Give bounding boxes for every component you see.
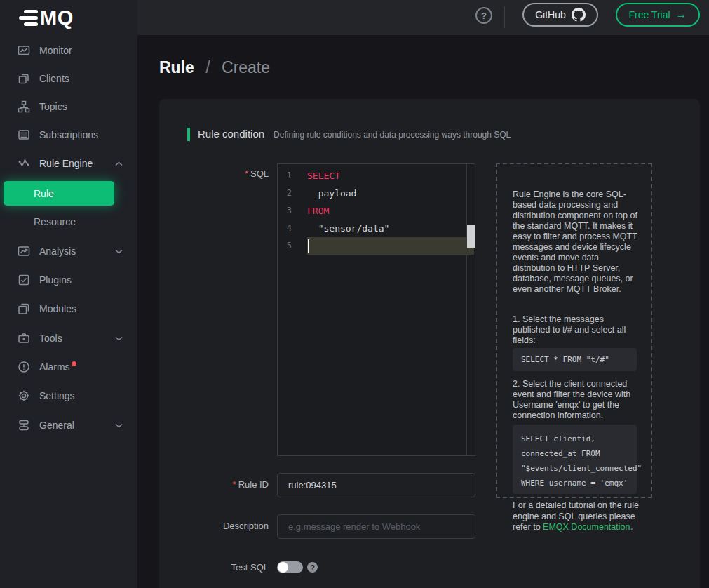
- text-cursor: [308, 239, 309, 253]
- sidebar-item-general[interactable]: General: [0, 411, 137, 439]
- help-footer: For a detailed tutorial on the rule engi…: [513, 500, 647, 533]
- sidebar-item-label: Analysis: [39, 246, 76, 257]
- sidebar-item-settings[interactable]: Settings: [0, 382, 137, 410]
- topbar-divider: [504, 6, 505, 28]
- sidebar-item-alarms[interactable]: Alarms: [0, 353, 137, 381]
- tools-icon: [18, 332, 30, 345]
- rule-id-label: *Rule ID: [159, 479, 269, 490]
- help-icon[interactable]: ?: [475, 7, 492, 24]
- sidebar-item-label: Topics: [39, 101, 67, 112]
- editor-scrollbar-track: [466, 164, 467, 455]
- sql-editor[interactable]: 1 SELECT 2 payload 3 FROM 4 "sensor/data…: [277, 163, 475, 456]
- sidebar-item-label: General: [39, 420, 74, 431]
- code-line: SELECT: [307, 167, 340, 185]
- sidebar-item-analysis[interactable]: Analysis: [0, 237, 137, 265]
- sidebar-item-label: Clients: [39, 73, 69, 84]
- chevron-down-icon: [115, 423, 123, 428]
- toggle-knob: [278, 562, 288, 573]
- editor-scrollbar-thumb[interactable]: [467, 225, 475, 248]
- help-intro: Rule Engine is the core SQL-based data p…: [513, 189, 640, 295]
- line-number: 1: [278, 167, 292, 185]
- code-line: "sensor/data": [307, 220, 389, 237]
- emq-logo-icon: [19, 10, 38, 26]
- chevron-down-icon: [115, 336, 123, 341]
- sidebar-item-label: Monitor: [39, 45, 72, 56]
- plugins-icon: [18, 274, 30, 286]
- sidebar-item-monitor[interactable]: Monitor: [0, 36, 137, 65]
- breadcrumb-current: Create: [222, 58, 270, 76]
- sidebar-item-label: Resource: [34, 216, 76, 227]
- line-number: 5: [278, 237, 292, 255]
- test-sql-toggle[interactable]: [277, 561, 303, 573]
- topbar: ? GitHub Free Trial →: [137, 0, 709, 35]
- emqx-documentation-link[interactable]: EMQX Documentation: [543, 522, 630, 532]
- free-trial-label: Free Trial: [628, 9, 670, 20]
- sql-example-2: SELECT clientid, connected_at FROM "$eve…: [513, 425, 637, 494]
- analysis-icon: [18, 245, 30, 258]
- modules-icon: [18, 302, 30, 315]
- clients-icon: [18, 72, 30, 85]
- sidebar-item-label: Alarms: [39, 361, 70, 373]
- card-title: Rule condition: [198, 128, 264, 140]
- line-number: 3: [278, 202, 292, 220]
- sidebar-item-label: Rule: [34, 188, 54, 199]
- emq-logo-text: MQ: [40, 8, 74, 28]
- sidebar-item-label: Rule Engine: [39, 158, 93, 169]
- main-content: Rule / Create Rule condition Defining ru…: [137, 35, 709, 588]
- sidebar-item-label: Subscriptions: [39, 129, 98, 140]
- github-button-label: GitHub: [535, 9, 566, 20]
- sidebar-item-plugins[interactable]: Plugins: [0, 266, 137, 294]
- breadcrumb: Rule / Create: [159, 58, 270, 77]
- free-trial-button[interactable]: Free Trial →: [616, 3, 700, 27]
- line-number: 4: [278, 220, 292, 237]
- sidebar-item-label: Settings: [39, 390, 75, 401]
- topics-icon: [18, 100, 30, 113]
- github-button[interactable]: GitHub: [522, 3, 598, 27]
- section-accent-bar: [187, 128, 190, 141]
- breadcrumb-separator: /: [205, 58, 210, 76]
- chevron-up-icon: [115, 161, 123, 166]
- subscriptions-icon: [18, 128, 30, 141]
- sidebar-item-label: Tools: [39, 333, 62, 344]
- sidebar-item-topics[interactable]: Topics: [0, 93, 137, 121]
- sidebar: MQ Monitor Clients Topics Subscriptions …: [0, 0, 137, 588]
- sidebar-item-label: Modules: [39, 303, 76, 314]
- card-header: Rule condition Defining rule conditions …: [187, 128, 511, 141]
- rule-engine-help-panel: Rule Engine is the core SQL-based data p…: [496, 163, 652, 498]
- arrow-right-icon: →: [676, 10, 687, 20]
- monitor-icon: [18, 44, 30, 57]
- help-step1: 1. Select the messages published to t/# …: [513, 314, 640, 346]
- sql-example-1: SELECT * FROM "t/#": [513, 348, 637, 371]
- emq-logo[interactable]: MQ: [19, 8, 74, 28]
- description-label: Description: [159, 521, 269, 531]
- sidebar-item-rule[interactable]: Rule: [4, 181, 114, 206]
- alarm-badge: [72, 361, 76, 366]
- rule-id-input[interactable]: [277, 473, 475, 497]
- sidebar-item-resource[interactable]: Resource: [0, 208, 137, 236]
- code-line: payload: [307, 185, 356, 202]
- breadcrumb-section[interactable]: Rule: [159, 58, 194, 76]
- alarms-icon: [18, 361, 30, 373]
- sidebar-item-label: Plugins: [39, 274, 72, 286]
- sidebar-item-subscriptions[interactable]: Subscriptions: [0, 121, 137, 149]
- chevron-down-icon: [115, 249, 123, 254]
- general-icon: [18, 419, 30, 432]
- help-step2: 2. Select the client connected event and…: [513, 379, 640, 421]
- description-input[interactable]: [277, 514, 475, 539]
- rule-condition-card: Rule condition Defining rule conditions …: [159, 99, 700, 588]
- test-sql-help-icon[interactable]: ?: [307, 562, 318, 573]
- settings-icon: [18, 389, 30, 402]
- github-icon: [572, 8, 586, 22]
- rule-engine-icon: [18, 157, 30, 170]
- sidebar-item-tools[interactable]: Tools: [0, 324, 137, 352]
- sql-field-label: *SQL: [159, 168, 269, 179]
- code-line: FROM: [307, 202, 329, 220]
- test-sql-label: Test SQL: [159, 562, 269, 573]
- sidebar-item-clients[interactable]: Clients: [0, 65, 137, 93]
- sidebar-item-rule-engine[interactable]: Rule Engine: [0, 149, 137, 178]
- line-number: 2: [278, 185, 292, 202]
- card-subtitle: Defining rule conditions and data proces…: [274, 130, 511, 140]
- sidebar-item-modules[interactable]: Modules: [0, 295, 137, 323]
